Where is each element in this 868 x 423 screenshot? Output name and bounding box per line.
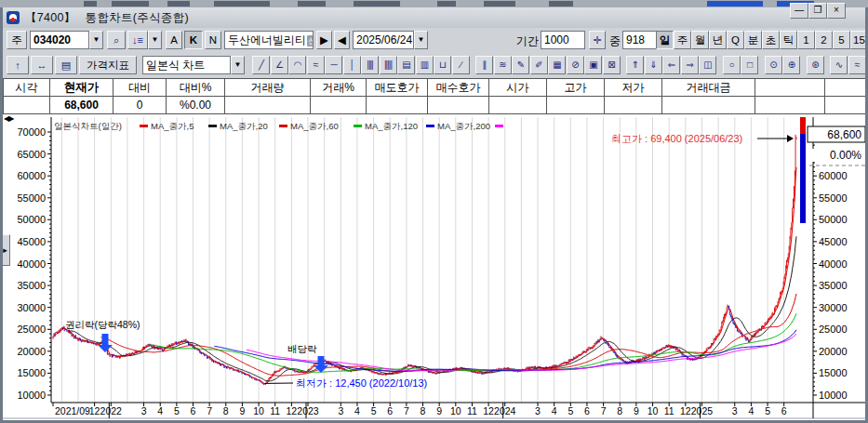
pane-divider-icon[interactable]: ◀▶ <box>4 114 13 123</box>
quote-header-cell-0: 시각 <box>4 79 50 97</box>
x-axis-label: 5 <box>765 405 770 416</box>
minimize-button[interactable]: — <box>790 3 808 19</box>
draw-rectangle-icon[interactable]: □ <box>741 56 758 74</box>
tool-edit-icon[interactable]: ✐ <box>530 56 548 74</box>
close-button[interactable]: × <box>827 3 846 19</box>
timeframe-월-button[interactable]: 월 <box>691 31 709 49</box>
y-axis-label-right: 30000 <box>819 302 848 313</box>
legend-label: MA_종가,120 <box>365 121 418 131</box>
expand-wave-icon[interactable]: ≈ <box>848 56 866 74</box>
x-axis-label: 2022 <box>100 405 123 416</box>
timeframe-분-button[interactable]: 분 <box>744 31 762 49</box>
legend-marker <box>495 125 503 127</box>
timeframe-Q-button[interactable]: Q <box>727 31 744 49</box>
dense-lines-icon[interactable]: ||||| <box>380 56 397 74</box>
vertical-lines-icon[interactable]: |||| <box>361 56 379 74</box>
sort-list-icon[interactable]: ↓≡ <box>127 31 148 49</box>
angle-line-icon[interactable]: ∠ <box>271 56 288 74</box>
arc-fan-icon[interactable]: ◠ <box>288 56 306 74</box>
date-dropdown[interactable]: ▼ <box>414 31 428 49</box>
market-type-button[interactable]: 주 <box>7 31 27 49</box>
point-line-icon[interactable]: ∕ <box>452 56 470 74</box>
window-number: 【7400】 <box>25 10 76 26</box>
price-chart[interactable]: 1000010000150001500020000200002500025000… <box>0 113 868 423</box>
chart-type-dropdown[interactable]: ▼ <box>231 56 245 74</box>
fit-width-icon[interactable]: ↔ <box>31 56 53 74</box>
text-note-icon[interactable]: ▥ <box>416 56 434 74</box>
shift-down-icon[interactable]: ⇓ <box>645 56 662 74</box>
x-axis-label: 6 <box>191 405 196 416</box>
timeframe-1-button[interactable]: 1 <box>797 31 815 49</box>
timeframe-주-button[interactable]: 주 <box>674 31 691 49</box>
select-region-icon[interactable]: ▣ <box>584 56 602 74</box>
timeframe-년-button[interactable]: 년 <box>709 31 727 49</box>
compress-wave-icon[interactable]: ∿ <box>830 56 848 74</box>
shift-up-icon[interactable]: ⇑ <box>626 56 644 74</box>
freehand-lines-icon[interactable]: ≈ <box>307 56 325 74</box>
stock-code-input[interactable] <box>30 31 89 49</box>
trendline-icon[interactable]: ╱ <box>252 56 270 74</box>
delete-drawing-icon[interactable]: ⊠ <box>603 56 621 74</box>
palette-icon[interactable]: ▦ <box>548 56 566 74</box>
maximize-button[interactable]: ❐ <box>808 3 827 19</box>
search-icon[interactable]: ⌕ <box>107 31 126 49</box>
vertical-line-icon[interactable]: │ <box>343 56 361 74</box>
fibonacci-grid-icon[interactable]: ▤ <box>397 56 415 74</box>
timeframe-틱-button[interactable]: 틱 <box>780 31 797 49</box>
y-axis-label-left: 45000 <box>17 236 46 247</box>
channel-icon[interactable]: ⊔ <box>434 56 451 74</box>
background-window-sliver <box>0 0 868 7</box>
expand-arrows-icon[interactable]: ✛ <box>589 31 606 49</box>
y-axis-label-left: 50000 <box>17 214 46 225</box>
y-axis-label-left: 15000 <box>17 367 46 378</box>
quote-value-cell-5 <box>311 97 367 114</box>
chart-title: 일본식차트(일간) <box>54 121 122 131</box>
y-axis-label-right: 45000 <box>819 236 848 247</box>
x-axis-label: 8 <box>223 405 229 416</box>
period-input[interactable] <box>541 31 585 49</box>
mode-a-button[interactable]: A <box>166 31 182 49</box>
legend-label: MA_종가,200 <box>437 121 490 131</box>
chart-type-select[interactable]: 일본식 차트 <box>142 56 231 74</box>
horizontal-line-icon[interactable]: ─ <box>325 56 342 74</box>
stock-code-dropdown[interactable]: ▼ <box>89 31 103 49</box>
eraser-icon[interactable]: ⊘ <box>567 56 584 74</box>
chart-settings-icon[interactable]: ▤ <box>55 56 77 74</box>
ex-dividend-annotation: 배당락 <box>287 343 317 354</box>
shift-right-icon[interactable]: ⇒ <box>681 56 699 74</box>
mode-n-button[interactable]: N <box>205 31 221 49</box>
prev-stock-button[interactable]: ◀ <box>334 31 350 49</box>
x-axis-label: 2025 <box>691 405 714 416</box>
exit-icon[interactable]: ◫ <box>699 56 716 74</box>
lowest-price-annotation: 최저가 : 12,450 (2022/10/13) <box>296 377 427 389</box>
parallel-lines-icon[interactable]: ∥ <box>475 56 493 74</box>
titlebar: 【7400】 통합차트(주식종합) <box>3 7 865 29</box>
pencil-icon[interactable]: ✎ <box>512 56 529 74</box>
timeframe-일-button[interactable]: 일 <box>656 31 674 49</box>
price-indicator-button[interactable]: 가격지표 <box>79 56 137 74</box>
wave-lines-icon[interactable]: ≋ <box>494 56 512 74</box>
quote-value-cell-0 <box>4 97 50 114</box>
scroll-up-icon[interactable]: ↑ <box>7 56 29 74</box>
next-stock-button[interactable]: ▶ <box>316 31 332 49</box>
x-axis-label: 4 <box>157 405 163 416</box>
y-axis-label-left: 55000 <box>17 192 46 204</box>
quote-header-cell-2: 대비 <box>114 79 167 97</box>
timeframe-2-button[interactable]: 2 <box>815 31 833 49</box>
timeframe-5-button[interactable]: 5 <box>833 31 850 49</box>
x-axis-label: 6 <box>387 405 393 416</box>
zoom-region-icon[interactable]: ⊙ <box>765 56 782 74</box>
timeframe-초-button[interactable]: 초 <box>762 31 780 49</box>
draw-circle-icon[interactable]: ○ <box>723 56 741 74</box>
mode-k-button[interactable]: K <box>184 31 203 49</box>
app-logo-icon <box>7 11 20 24</box>
shift-left-icon[interactable]: ⇐ <box>662 56 680 74</box>
zoom-indicator-icon[interactable]: ⊕ <box>782 56 800 74</box>
zoom-pan-icon[interactable]: ⊛ <box>807 56 824 74</box>
x-axis-label: 5 <box>174 405 180 416</box>
sort-dropdown[interactable]: ▼ <box>148 31 162 49</box>
quote-header-cell-4: 거래량 <box>225 79 311 97</box>
y-axis-label-left: 25000 <box>17 324 46 335</box>
quote-header-cell-10: 저가 <box>605 79 662 97</box>
date-field[interactable]: 2025/06/24 <box>353 31 414 49</box>
